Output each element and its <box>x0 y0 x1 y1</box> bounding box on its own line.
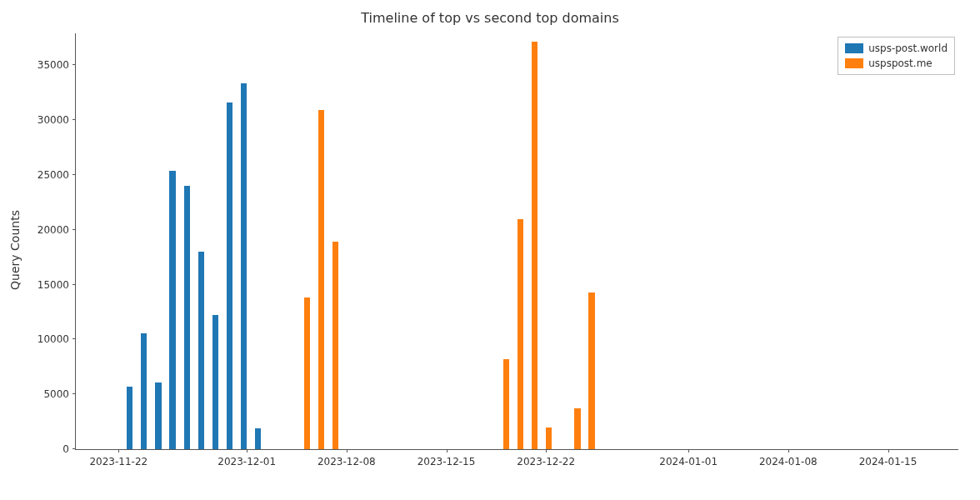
chart-title: Timeline of top vs second top domains <box>0 10 980 26</box>
bar <box>212 315 218 449</box>
legend-label: usps-post.world <box>868 41 948 56</box>
y-tick-label: 5000 <box>43 388 76 400</box>
y-tick-label: 15000 <box>38 279 76 291</box>
x-tick-mark <box>118 449 119 452</box>
bar <box>241 83 247 449</box>
legend-swatch <box>845 58 863 68</box>
y-tick-label: 0 <box>62 443 76 455</box>
y-axis-label: Query Counts <box>8 210 22 290</box>
bar <box>518 219 523 449</box>
bar <box>332 242 338 449</box>
bar <box>155 382 161 449</box>
x-tick-mark <box>447 449 448 452</box>
bar <box>184 186 190 449</box>
y-tick-label: 25000 <box>38 169 76 181</box>
y-tick-label: 35000 <box>38 59 76 71</box>
y-tick-label: 20000 <box>38 224 76 236</box>
bar <box>255 428 261 449</box>
bar <box>574 408 580 449</box>
bar <box>141 333 147 449</box>
legend-label: uspspost.me <box>868 56 932 71</box>
x-tick-mark <box>688 449 689 452</box>
y-tick-mark <box>72 393 76 394</box>
x-tick-mark <box>247 449 248 452</box>
bar <box>127 387 132 449</box>
y-tick-mark <box>72 338 76 339</box>
x-tick-mark <box>888 449 889 452</box>
bar <box>532 42 538 449</box>
legend-swatch <box>845 43 863 53</box>
legend-item: usps-post.world <box>845 41 948 56</box>
y-tick-mark <box>72 284 76 285</box>
legend: usps-post.worlduspspost.me <box>838 37 955 75</box>
bar <box>198 252 204 449</box>
bar <box>227 102 232 449</box>
x-tick-mark <box>546 449 547 452</box>
x-tick-mark <box>788 449 789 452</box>
y-tick-label: 30000 <box>38 114 76 126</box>
bar <box>546 428 552 449</box>
legend-item: uspspost.me <box>845 56 948 71</box>
plot-area: 050001000015000200002500030000350002023-… <box>75 33 958 450</box>
y-tick-label: 10000 <box>38 333 76 345</box>
y-tick-mark <box>72 448 76 449</box>
bar <box>318 110 324 449</box>
y-tick-mark <box>72 119 76 120</box>
y-tick-mark <box>72 64 76 65</box>
bar <box>169 171 175 449</box>
bar <box>588 292 594 449</box>
bar-chart: Timeline of top vs second top domains Qu… <box>0 0 980 500</box>
bar <box>503 359 509 449</box>
y-tick-mark <box>72 229 76 230</box>
y-tick-mark <box>72 174 76 175</box>
x-tick-mark <box>347 449 348 452</box>
bar <box>304 298 310 449</box>
